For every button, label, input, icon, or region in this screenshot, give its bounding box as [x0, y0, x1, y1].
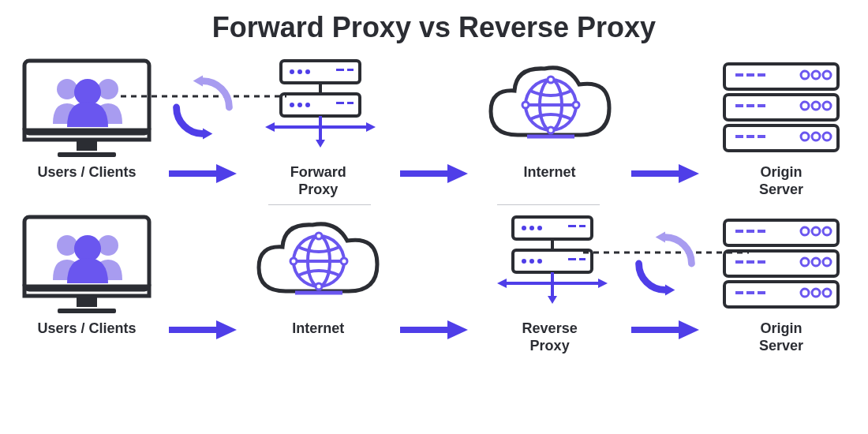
users-label: Users / Clients: [37, 164, 136, 181]
internet-cloud-icon: [483, 56, 617, 159]
svg-point-55: [812, 71, 820, 79]
svg-marker-41: [679, 164, 699, 183]
svg-rect-16: [336, 69, 344, 71]
svg-marker-96: [548, 296, 557, 304]
diagram-root: Forward Proxy vs Reverse Proxy: [0, 0, 868, 434]
svg-point-22: [305, 103, 310, 107]
svg-rect-80: [400, 327, 449, 333]
svg-point-61: [812, 133, 820, 140]
svg-point-121: [812, 258, 820, 266]
internet-node: Internet: [247, 208, 389, 338]
load-balancer-icon: [491, 212, 609, 315]
svg-point-76: [341, 258, 347, 264]
svg-rect-114: [735, 291, 743, 294]
monitor-users-icon: [20, 212, 154, 315]
svg-point-58: [812, 102, 820, 110]
svg-point-38: [548, 127, 554, 133]
svg-rect-2: [77, 141, 97, 151]
svg-marker-99: [598, 279, 608, 288]
svg-rect-51: [735, 135, 743, 138]
svg-point-54: [801, 71, 809, 79]
svg-marker-31: [447, 164, 468, 183]
svg-point-6: [74, 79, 101, 106]
svg-point-62: [823, 133, 831, 140]
arrow-icon: [167, 319, 238, 341]
svg-point-20: [290, 103, 294, 107]
svg-point-122: [823, 258, 831, 266]
origin-label: Origin Server: [759, 164, 803, 198]
server-stack-icon: [718, 58, 844, 157]
origin-node: Origin Server: [710, 208, 852, 354]
svg-point-84: [529, 226, 534, 230]
svg-rect-94: [579, 258, 586, 260]
svg-rect-93: [568, 258, 576, 260]
svg-point-125: [823, 289, 831, 297]
reverse-proxy-node: Reverse Proxy: [479, 208, 621, 354]
monitor-users-icon: [20, 56, 154, 159]
arrow-icon: [167, 163, 238, 185]
svg-marker-104: [679, 320, 699, 339]
svg-rect-111: [735, 260, 743, 264]
origin-label: Origin Server: [759, 320, 803, 354]
svg-rect-48: [735, 104, 743, 107]
arrow-icon: [398, 163, 470, 185]
svg-rect-10: [169, 170, 218, 177]
svg-rect-3: [58, 152, 116, 157]
svg-rect-115: [746, 291, 754, 294]
svg-rect-70: [169, 327, 218, 333]
svg-rect-113: [758, 260, 765, 264]
svg-point-21: [297, 103, 302, 107]
internet-node: Internet: [479, 52, 621, 181]
arrow-icon: [398, 319, 470, 341]
svg-marker-71: [216, 320, 237, 339]
internet-label: Internet: [292, 320, 344, 338]
svg-point-91: [529, 259, 534, 264]
svg-point-85: [537, 226, 542, 230]
svg-rect-87: [579, 225, 586, 227]
arrow-icon: [630, 319, 701, 341]
svg-rect-66: [58, 309, 116, 313]
svg-rect-116: [758, 291, 765, 294]
svg-rect-109: [746, 230, 754, 233]
reverse-proxy-label: Reverse Proxy: [522, 320, 578, 354]
svg-point-36: [573, 102, 579, 108]
svg-point-35: [522, 102, 529, 108]
forward-proxy-row: Users / Clients: [16, 52, 852, 198]
svg-point-60: [801, 133, 809, 140]
svg-rect-108: [735, 230, 743, 233]
users-node: Users / Clients: [16, 208, 158, 338]
svg-rect-86: [568, 225, 576, 227]
svg-rect-65: [77, 297, 97, 307]
svg-marker-102: [665, 285, 675, 296]
svg-rect-110: [758, 230, 765, 233]
sync-and-arrow: [630, 208, 701, 341]
origin-node: Origin Server: [710, 52, 852, 198]
arrow-cell: [398, 208, 470, 341]
svg-marker-101: [656, 232, 665, 243]
arrow-icon: [630, 163, 701, 185]
svg-point-15: [305, 69, 310, 74]
svg-rect-52: [746, 135, 754, 138]
svg-marker-28: [265, 122, 275, 132]
svg-marker-11: [216, 164, 237, 183]
sync-icon: [168, 73, 238, 142]
svg-point-83: [522, 226, 526, 230]
sync-icon: [630, 229, 700, 298]
forward-proxy-label: Forward Proxy: [290, 164, 346, 198]
arrow-cell: [167, 208, 238, 341]
svg-rect-50: [758, 104, 765, 107]
svg-rect-45: [735, 73, 743, 77]
separator: [16, 204, 852, 205]
sync-and-arrow: [167, 52, 238, 185]
svg-rect-23: [336, 102, 344, 104]
users-label: Users / Clients: [37, 320, 136, 338]
svg-point-14: [297, 69, 302, 74]
svg-point-68: [98, 235, 118, 256]
svg-point-123: [801, 289, 809, 297]
svg-point-117: [801, 227, 809, 235]
svg-point-92: [537, 259, 542, 264]
users-node: Users / Clients: [16, 52, 158, 181]
svg-marker-98: [497, 279, 507, 288]
arrow-cell: [398, 52, 470, 185]
reverse-proxy-row: Users / Clients: [16, 208, 852, 354]
